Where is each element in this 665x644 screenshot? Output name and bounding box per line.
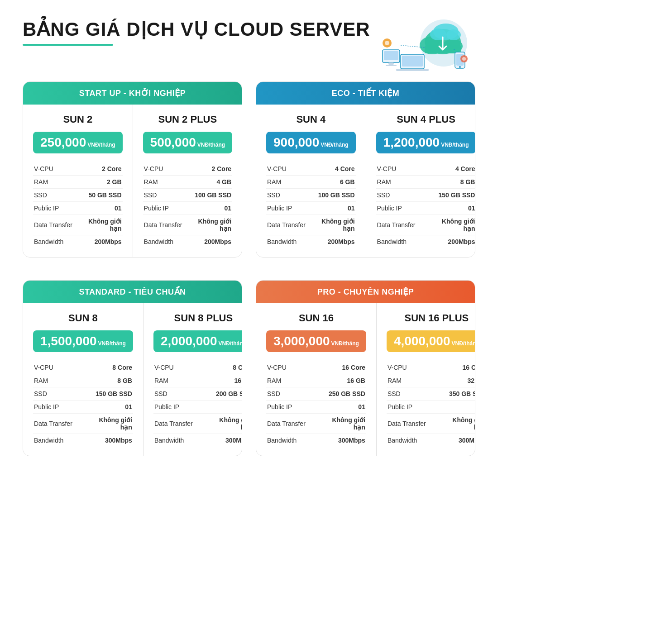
sun8-unit: VNĐ/tháng: [98, 340, 126, 347]
spec-row: Bandwidth200Mbps: [376, 235, 475, 248]
spec-row: RAM4 GB: [143, 176, 233, 189]
eco-header: ECO - TIẾT KIỆM: [256, 82, 475, 105]
top-sections-row: START UP - KHỞI NGHIỆP SUN 2 250,000 VNĐ…: [23, 81, 475, 258]
spec-row: SSD350 GB SSD: [387, 387, 475, 401]
spec-row: V-CPU2 Core: [33, 162, 123, 176]
sun2-unit: VNĐ/tháng: [87, 142, 115, 148]
svg-rect-10: [402, 56, 423, 67]
page-title: BẢNG GIÁ DỊCH VỤ CLOUD SERVER: [23, 18, 370, 40]
svg-point-7: [446, 29, 461, 40]
spec-row: Data TransferKhông giới hạn: [387, 414, 475, 434]
spec-row: RAM32 GB: [387, 374, 475, 387]
sun4plus-price-badge: 1,200,000 VNĐ/tháng: [376, 132, 475, 153]
spec-row: RAM2 GB: [33, 176, 123, 189]
spec-row: Data TransferKhông giới hạn: [266, 414, 366, 434]
sun2plus-specs: V-CPU2 Core RAM4 GB SSD100 GB SSD Public…: [143, 162, 233, 248]
spec-row: Public IP01: [33, 401, 133, 414]
spec-row: V-CPU4 Core: [376, 162, 475, 176]
startup-plans: SUN 2 250,000 VNĐ/tháng V-CPU2 Core RAM2…: [23, 105, 242, 257]
sun16plus-name: SUN 16 PLUS: [387, 312, 475, 324]
sections-wrapper: START UP - KHỞI NGHIỆP SUN 2 250,000 VNĐ…: [23, 81, 475, 456]
sun4-name: SUN 4: [266, 114, 356, 125]
spec-row: Bandwidth300Mbps: [153, 434, 242, 447]
sun16plus-specs: V-CPU16 Core RAM32 GB SSD350 GB SSD Publ…: [387, 361, 475, 447]
spec-row: Public IP01: [266, 401, 366, 414]
spec-row: SSD150 GB SSD: [33, 387, 133, 401]
spec-row: Public IP01: [143, 202, 233, 215]
spec-row: SSD200 GB SSD: [153, 387, 242, 401]
spec-row: Data TransferKhông giới hạn: [33, 414, 133, 434]
sun8-price-badge: 1,500,000 VNĐ/tháng: [33, 330, 133, 352]
sun4-price: 900,000: [273, 135, 319, 150]
svg-point-20: [385, 41, 389, 45]
spec-row: V-CPU8 Core: [153, 361, 242, 374]
sun8plus-unit: VNĐ/tháng: [219, 340, 243, 347]
spec-row: Public IP01: [266, 202, 356, 215]
plan-sun2: SUN 2 250,000 VNĐ/tháng V-CPU2 Core RAM2…: [23, 105, 133, 257]
bottom-sections-row: STANDARD - TIÊU CHUẨN SUN 8 1,500,000 VN…: [23, 280, 475, 456]
spec-row: Bandwidth300Mbps: [33, 434, 133, 447]
sun4-price-badge: 900,000 VNĐ/tháng: [266, 132, 356, 153]
plan-sun2plus: SUN 2 PLUS 500,000 VNĐ/tháng V-CPU2 Core…: [133, 105, 242, 257]
spec-row: RAM6 GB: [266, 176, 356, 189]
title-underline: [23, 44, 113, 46]
pro-header: PRO - CHUYÊN NGHIỆP: [256, 281, 475, 303]
spec-row: Public IP01: [153, 401, 242, 414]
svg-rect-14: [388, 62, 394, 65]
section-pro: PRO - CHUYÊN NGHIỆP SUN 16 3,000,000 VNĐ…: [256, 280, 475, 456]
sun8-name: SUN 8: [33, 312, 133, 324]
spec-row: Bandwidth200Mbps: [143, 235, 233, 248]
sun16plus-price: 4,000,000: [394, 334, 450, 348]
svg-rect-11: [396, 69, 429, 71]
spec-row: SSD100 GB SSD: [266, 189, 356, 202]
sun2-price: 250,000: [40, 135, 86, 150]
spec-row: SSD150 GB SSD: [376, 189, 475, 202]
svg-point-6: [430, 29, 446, 40]
sun16-specs: V-CPU16 Core RAM16 GB SSD250 GB SSD Publ…: [266, 361, 366, 447]
spec-row: Data TransferKhông giới hạn: [33, 215, 123, 235]
sun8-price: 1,500,000: [40, 334, 97, 348]
spec-row: RAM8 GB: [376, 176, 475, 189]
spec-row: SSD250 GB SSD: [266, 387, 366, 401]
sun4plus-specs: V-CPU4 Core RAM8 GB SSD150 GB SSD Public…: [376, 162, 475, 248]
plan-sun16plus: SUN 16 PLUS 4,000,000 VNĐ/tháng V-CPU16 …: [376, 303, 475, 456]
sun2plus-unit: VNĐ/tháng: [197, 142, 225, 148]
spec-row: Public IP01: [33, 202, 123, 215]
sun4plus-unit: VNĐ/tháng: [441, 142, 469, 148]
sun4plus-name: SUN 4 PLUS: [376, 114, 475, 125]
svg-point-22: [462, 57, 466, 61]
sun4plus-price: 1,200,000: [383, 135, 440, 150]
plan-sun4: SUN 4 900,000 VNĐ/tháng V-CPU4 Core RAM6…: [256, 105, 366, 257]
spec-row: V-CPU16 Core: [387, 361, 475, 374]
plan-sun4plus: SUN 4 PLUS 1,200,000 VNĐ/tháng V-CPU4 Co…: [366, 105, 475, 257]
section-standard: STANDARD - TIÊU CHUẨN SUN 8 1,500,000 VN…: [23, 280, 242, 456]
sun16-unit: VNĐ/tháng: [331, 340, 359, 347]
spec-row: Public IP01: [376, 202, 475, 215]
spec-row: RAM16 GB: [266, 374, 366, 387]
spec-row: Data TransferKhông giới hạn: [376, 215, 475, 235]
sun8plus-price: 2,000,000: [161, 334, 217, 348]
spec-row: V-CPU16 Core: [266, 361, 366, 374]
sun4-unit: VNĐ/tháng: [321, 142, 348, 148]
spec-row: SSD100 GB SSD: [143, 189, 233, 202]
sun2plus-price-badge: 500,000 VNĐ/tháng: [143, 132, 233, 153]
sun8plus-specs: V-CPU8 Core RAM16 GB SSD200 GB SSD Publi…: [153, 361, 242, 447]
sun16-price-badge: 3,000,000 VNĐ/tháng: [266, 330, 366, 352]
spec-row: Public IP01: [387, 401, 475, 414]
sun16plus-price-badge: 4,000,000 VNĐ/tháng: [387, 330, 475, 352]
standard-plans: SUN 8 1,500,000 VNĐ/tháng V-CPU8 Core RA…: [23, 303, 242, 456]
section-eco: ECO - TIẾT KIỆM SUN 4 900,000 VNĐ/tháng …: [256, 81, 475, 258]
sun2plus-price: 500,000: [150, 135, 196, 150]
spec-row: Data TransferKhông giới hạn: [266, 215, 356, 235]
pro-plans: SUN 16 3,000,000 VNĐ/tháng V-CPU16 Core …: [256, 303, 475, 456]
svg-rect-15: [386, 65, 397, 66]
svg-point-18: [459, 66, 461, 68]
sun16-price: 3,000,000: [273, 334, 330, 348]
spec-row: V-CPU2 Core: [143, 162, 233, 176]
sun2plus-name: SUN 2 PLUS: [143, 114, 233, 125]
standard-header: STANDARD - TIÊU CHUẨN: [23, 281, 242, 303]
plan-sun8: SUN 8 1,500,000 VNĐ/tháng V-CPU8 Core RA…: [23, 303, 143, 456]
sun16-name: SUN 16: [266, 312, 366, 324]
sun8plus-price-badge: 2,000,000 VNĐ/tháng: [153, 330, 242, 352]
sun16plus-unit: VNĐ/tháng: [452, 340, 476, 347]
